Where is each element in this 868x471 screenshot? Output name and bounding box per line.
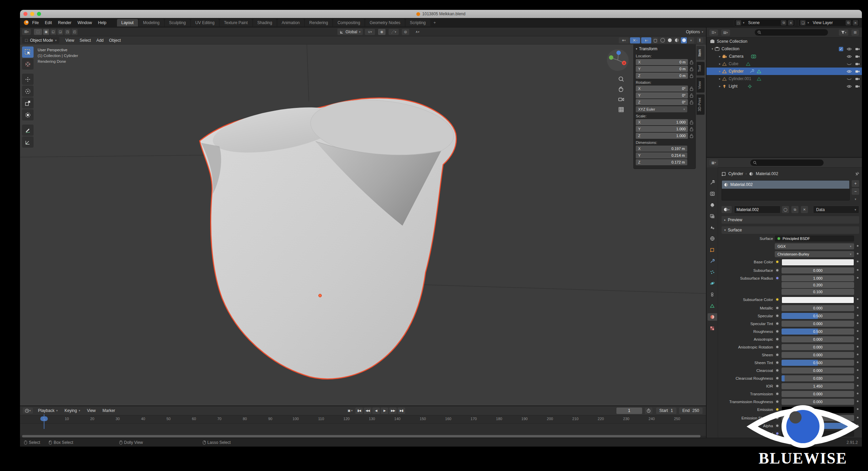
viewport-menu-view[interactable]: View (63, 38, 77, 43)
lock-icon[interactable] (690, 100, 693, 105)
timeline-menu-playback[interactable]: Playback▾ (35, 408, 60, 413)
add-workspace-button[interactable]: + (431, 20, 439, 25)
subsurface-color-swatch[interactable] (782, 297, 854, 303)
menu-file[interactable]: File (29, 20, 42, 25)
shading-material-button[interactable] (674, 37, 680, 43)
timeline-scrollbar[interactable] (22, 435, 701, 437)
end-frame-field[interactable]: 250 (692, 408, 699, 413)
remove-view-layer-button[interactable]: ✕ (853, 20, 858, 25)
render-visibility-camera-icon[interactable] (855, 77, 860, 80)
animate-dot[interactable] (856, 253, 859, 255)
options-dropdown[interactable]: Options▾ (686, 30, 703, 34)
specular-tint-slider[interactable]: 0.000 (782, 321, 854, 327)
transform-orientation-dropdown[interactable]: Global▾ (337, 29, 363, 35)
sheen-tint-slider[interactable]: 0.500 (782, 360, 854, 366)
tab-view-layer[interactable] (708, 212, 717, 220)
filter-funnel-icon[interactable]: ▾ (839, 30, 848, 36)
ior-field[interactable]: 1.450 (782, 383, 854, 389)
playhead-line[interactable] (44, 414, 44, 429)
tool-scale[interactable] (22, 97, 34, 109)
disclosure-triangle-icon[interactable]: ▸ (717, 62, 722, 65)
timeline-track-area[interactable] (20, 424, 706, 436)
material-name-field[interactable]: Material.002 (734, 206, 781, 213)
close-window-button[interactable] (23, 12, 27, 16)
xray-toggle[interactable]: ◑▾ (641, 37, 651, 43)
eye-open-icon[interactable] (847, 55, 852, 58)
breadcrumb-material[interactable]: Material.002 (756, 171, 778, 176)
lock-icon[interactable] (690, 127, 693, 131)
browse-material-dropdown[interactable]: ▾ (722, 206, 732, 213)
animate-dot[interactable] (856, 277, 859, 279)
input-socket-dot[interactable] (775, 352, 780, 357)
render-visibility-camera-icon[interactable] (855, 84, 860, 88)
sync-dropdown[interactable]: ▣▾ (346, 408, 354, 414)
render-pass-button[interactable]: ▢ (652, 37, 658, 43)
shading-dropdown[interactable]: ▾ (688, 37, 694, 43)
scale-z-field[interactable]: Z1.000 (636, 133, 688, 139)
viewport-canvas[interactable]: User Perspective (1) Collection | Cylind… (20, 44, 706, 406)
animate-dot[interactable] (856, 393, 859, 394)
new-collection-button[interactable]: ⊞ (851, 30, 859, 36)
blender-logo-icon[interactable] (23, 20, 29, 25)
workspace-tab-animation[interactable]: Animation (277, 19, 304, 26)
current-frame-field[interactable]: 1 (616, 408, 642, 414)
workspace-tab-compositing[interactable]: Compositing (333, 19, 364, 26)
select-mode-extend-button[interactable]: ◱ (50, 29, 56, 35)
clearcoat-slider[interactable]: 0.000 (782, 368, 854, 374)
previous-keyframe-button[interactable]: ◀◀ (364, 408, 371, 414)
anisotropic-slider[interactable]: 0.000 (782, 336, 854, 342)
scene-selector[interactable]: ◳▾ Scene ⧉ ✕ (734, 19, 795, 26)
surface-shader-field[interactable]: Principled BSDF (775, 236, 854, 242)
tool-transform[interactable] (22, 109, 34, 120)
slot-specials-dropdown[interactable]: ▾ (852, 196, 859, 203)
toggle-ortho-icon[interactable] (618, 106, 625, 113)
input-socket-dot[interactable] (775, 268, 780, 273)
active-tool-icon[interactable]: ⬚ (34, 29, 42, 35)
tab-object[interactable] (708, 246, 717, 253)
outliner-row-camera[interactable]: ▸ Camera (707, 53, 862, 60)
lock-icon[interactable] (690, 120, 693, 125)
tool-move[interactable] (22, 74, 34, 85)
outliner-display-mode-dropdown[interactable]: ▤▾ (721, 30, 730, 36)
input-socket-dot[interactable] (775, 321, 780, 326)
dimension-z-field[interactable]: Z0.172 m (636, 159, 687, 165)
snap-target-dropdown[interactable]: ⋰▾ (389, 29, 399, 35)
location-z-field[interactable]: Z0 m (636, 73, 688, 79)
menu-window[interactable]: Window (74, 20, 95, 25)
input-socket-dot[interactable] (775, 329, 780, 334)
eye-closed-icon[interactable] (847, 77, 852, 80)
lock-icon[interactable] (690, 93, 693, 98)
snapping-magnet-icon[interactable]: ∪▾ (365, 29, 375, 35)
outliner-row-light[interactable]: ▸ Light (707, 82, 862, 90)
tab-constraints[interactable] (708, 291, 717, 298)
input-socket-dot[interactable] (775, 376, 780, 381)
animate-dot[interactable] (856, 322, 859, 324)
dimension-y-field[interactable]: Y0.214 m (636, 152, 687, 158)
rotation-x-field[interactable]: X0° (636, 86, 688, 92)
timeline-menu-marker[interactable]: Marker (100, 408, 118, 413)
shading-wireframe-button[interactable] (659, 37, 666, 43)
breadcrumb-object[interactable]: Cylinder (728, 171, 743, 176)
subsurface-field[interactable]: 0.000 (782, 267, 854, 274)
dimension-x-field[interactable]: X0.197 m (636, 146, 687, 152)
region-toggle-icon[interactable]: ‖ (697, 37, 703, 43)
select-mode-intersect-button[interactable]: ◰ (72, 29, 78, 35)
eye-open-icon[interactable] (847, 85, 852, 88)
rotation-mode-dropdown[interactable]: XYZ Euler▾ (636, 106, 687, 112)
next-keyframe-button[interactable]: ▶▶ (389, 408, 397, 414)
workspace-tab-layout[interactable]: Layout (117, 19, 138, 26)
outliner-row-cylinder-001[interactable]: ▸ Cylinder.001 (707, 75, 862, 82)
input-socket-dot[interactable] (775, 383, 780, 389)
proportional-editing-button[interactable]: ◎ (402, 29, 409, 35)
modifier-wrench-icon[interactable] (750, 69, 754, 73)
zoom-view-icon[interactable] (618, 76, 625, 82)
view-layer-selector[interactable]: ❏▾ View Layer ⧉ ✕ (798, 19, 860, 26)
play-button[interactable]: ▶ (381, 408, 388, 414)
snap-toggle-button[interactable]: ◉ (378, 29, 386, 35)
animate-dot[interactable] (856, 315, 859, 316)
auto-keying-stopwatch-icon[interactable] (645, 408, 652, 414)
scale-x-field[interactable]: X1.000 (636, 119, 688, 125)
input-socket-dot[interactable] (775, 360, 780, 365)
lock-icon[interactable] (690, 134, 693, 138)
collapse-caret-icon[interactable]: ▾ (636, 47, 637, 51)
